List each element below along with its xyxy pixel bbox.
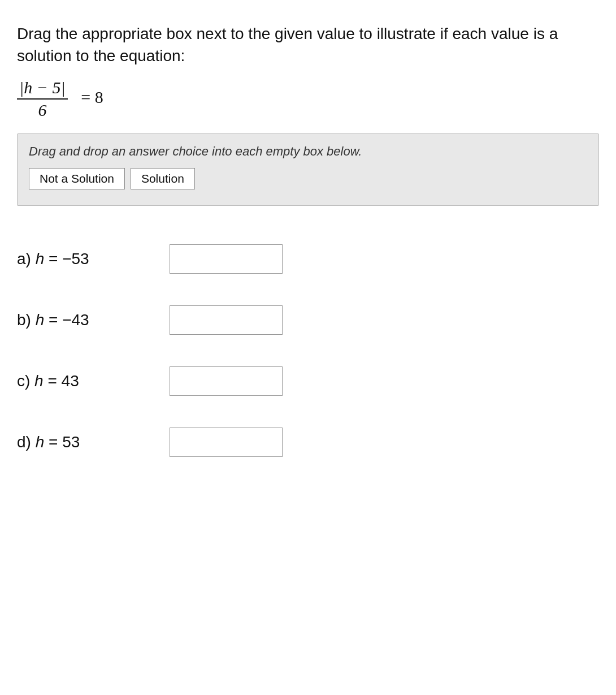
fraction-denominator: 6	[38, 100, 46, 120]
fraction: |h − 5| 6	[17, 78, 68, 120]
answer-label-b: b) h = −43	[17, 311, 164, 329]
fraction-numerator: |h − 5|	[17, 78, 68, 100]
answer-row-b: b) h = −43	[17, 290, 599, 351]
answer-row-d: d) h = 53	[17, 412, 599, 473]
answer-items: a) h = −53 b) h = −43 c) h = 43 d) h = 5…	[17, 228, 599, 473]
equation-equals: = 8	[81, 88, 103, 106]
answer-label-a: a) h = −53	[17, 250, 164, 268]
answer-row-a: a) h = −53	[17, 228, 599, 290]
drag-instruction: Drag and drop an answer choice into each…	[29, 144, 587, 159]
drag-choices: Not a Solution Solution	[29, 168, 587, 189]
equation-block: |h − 5| 6 = 8	[17, 78, 599, 120]
drop-box-a[interactable]	[170, 244, 283, 274]
drop-box-d[interactable]	[170, 428, 283, 457]
drop-box-c[interactable]	[170, 366, 283, 396]
answer-row-c: c) h = 43	[17, 351, 599, 412]
answer-label-c: c) h = 43	[17, 372, 164, 390]
drag-chip-solution[interactable]: Solution	[131, 168, 195, 189]
drag-area: Drag and drop an answer choice into each…	[17, 133, 599, 206]
drag-chip-not-a-solution[interactable]: Not a Solution	[29, 168, 125, 189]
drop-box-b[interactable]	[170, 305, 283, 335]
instructions-text: Drag the appropriate box next to the giv…	[17, 23, 599, 67]
answer-label-d: d) h = 53	[17, 433, 164, 451]
